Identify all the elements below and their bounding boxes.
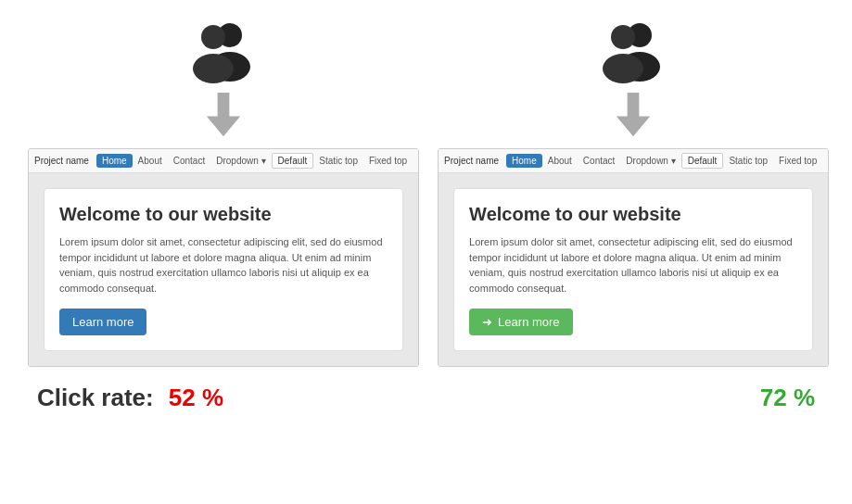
navbar-a: Project name Home About Contact Dropdown… (29, 149, 418, 173)
content-text-b: Lorem ipsum dolor sit amet, consectetur … (469, 234, 797, 296)
navbar-b: Project name Home About Contact Dropdown… (439, 149, 828, 173)
mini-browser-a: Project name Home About Contact Dropdown… (28, 148, 419, 367)
svg-point-8 (611, 25, 635, 49)
nav-fixed-b[interactable]: Fixed top (773, 154, 822, 168)
content-title-a: Welcome to our website (59, 204, 388, 225)
arrow-down-b (615, 93, 652, 139)
learn-more-button-b[interactable]: ➜ Learn more (469, 309, 572, 335)
arrow-down-a (205, 93, 242, 139)
click-rate-label: Click rate: (37, 384, 154, 412)
nav-static-b[interactable]: Static top (723, 154, 773, 168)
nav-brand-b: Project name (444, 156, 499, 166)
rate-left: Click rate: 52 % (37, 384, 223, 412)
content-text-a: Lorem ipsum dolor sit amet, consectetur … (59, 234, 388, 296)
svg-point-2 (201, 25, 225, 49)
svg-rect-4 (218, 93, 230, 118)
content-title-b: Welcome to our website (469, 204, 797, 225)
click-rate-row: Click rate: 52 % 72 % (28, 384, 824, 412)
mini-browser-b: Project name Home About Contact Dropdown… (438, 148, 829, 367)
nav-static-a[interactable]: Static top (313, 154, 363, 168)
nav-fixed-a[interactable]: Fixed top (363, 154, 413, 168)
nav-default-b[interactable]: Default (681, 153, 724, 169)
click-rate-value-a: 52 % (169, 384, 223, 412)
variant-a: Project name Home About Contact Dropdown… (28, 19, 419, 367)
nav-dropdown-b[interactable]: Dropdown ▾ (620, 154, 680, 168)
content-card-a: Welcome to our website Lorem ipsum dolor… (44, 188, 403, 351)
svg-point-3 (193, 54, 234, 83)
click-rate-value-b: 72 % (760, 384, 815, 412)
nav-default-a[interactable]: Default (272, 153, 314, 169)
nav-brand-a: Project name (34, 156, 89, 166)
learn-more-label-b: Learn more (498, 315, 559, 329)
rate-right: 72 % (760, 384, 815, 412)
svg-marker-5 (207, 116, 240, 136)
users-icon-b (591, 19, 675, 83)
users-icon-a (182, 19, 265, 83)
svg-point-9 (603, 54, 643, 83)
variant-b: Project name Home About Contact Dropdown… (438, 19, 829, 367)
nav-dropdown-a[interactable]: Dropdown ▾ (210, 154, 271, 168)
nav-home-b[interactable]: Home (506, 154, 542, 168)
arrow-right-icon: ➜ (482, 315, 492, 329)
content-card-b: Welcome to our website Lorem ipsum dolor… (453, 188, 813, 351)
nav-about-b[interactable]: About (542, 154, 578, 168)
comparison-wrapper: Project name Home About Contact Dropdown… (28, 19, 824, 367)
browser-content-a: Welcome to our website Lorem ipsum dolor… (29, 173, 418, 366)
nav-home-a[interactable]: Home (96, 154, 133, 168)
nav-contact-a[interactable]: Contact (168, 154, 210, 168)
nav-contact-b[interactable]: Contact (578, 154, 620, 168)
svg-rect-10 (628, 93, 640, 118)
svg-marker-11 (617, 116, 650, 136)
browser-content-b: Welcome to our website Lorem ipsum dolor… (439, 173, 828, 366)
nav-about-a[interactable]: About (133, 154, 168, 168)
learn-more-button-a[interactable]: Learn more (59, 309, 146, 335)
